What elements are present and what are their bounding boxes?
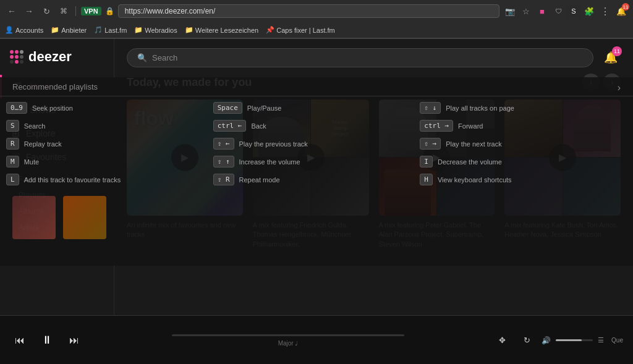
- profile-s-btn[interactable]: S: [567, 4, 580, 18]
- queue-icon: ☰: [598, 336, 604, 344]
- shortcut-forward: ctrl → Forward: [420, 117, 627, 135]
- shuffle-button[interactable]: ✥: [492, 331, 512, 350]
- shortcut-desc-prev: Play the previous track: [239, 140, 308, 148]
- shortcut-desc-next: Play the next track: [446, 140, 502, 148]
- url-bar[interactable]: https://www.deezer.com/en/: [118, 4, 499, 18]
- bookmark-lastfm[interactable]: 🎵 Last.fm: [94, 26, 127, 34]
- shortcut-prev-track: ⇧ ← Play the previous track: [213, 135, 420, 153]
- dot-6: [20, 55, 23, 59]
- shortcut-repeat: ⇧ R Repeat mode: [213, 171, 420, 188]
- overlay-next-arrow[interactable]: ›: [618, 82, 621, 93]
- bookmark-star-btn[interactable]: ☆: [519, 4, 533, 18]
- play-pause-button[interactable]: ⏸: [37, 331, 57, 350]
- major-key-label: Major ♩: [278, 340, 299, 347]
- dot-2: [15, 50, 19, 54]
- keyboard-shortcut-overlay: Recommended playlists › 0…9 Seek positio…: [0, 77, 633, 266]
- shortcut-col-3: ⇧ ↓ Play all tracks on page ctrl → Forwa…: [420, 99, 627, 188]
- deezer-logo-text: deezer: [28, 49, 72, 65]
- next-track-button[interactable]: ⏭: [64, 331, 84, 350]
- puzzle-btn[interactable]: 🧩: [582, 4, 596, 18]
- shortcut-key-volup: ⇧ ↑: [213, 156, 234, 167]
- weitere-icon: 📁: [185, 26, 193, 34]
- shortcut-key-replay: R: [6, 138, 19, 150]
- divider: [75, 6, 76, 16]
- logo-area: deezer: [0, 44, 114, 75]
- shortcut-desc-fwd: Forward: [458, 122, 483, 130]
- camera-icon-btn[interactable]: 📷: [503, 4, 517, 18]
- shortcut-key-playpause: Space: [213, 102, 242, 114]
- browser-icons: 📷 ☆ ■ 🛡 S 🧩 ⋮ 🔔 11: [503, 4, 628, 18]
- playlist-thumb-2: [63, 196, 106, 239]
- prev-track-button[interactable]: ⏮: [10, 331, 30, 350]
- shortcut-key-alltracks: ⇧ ↓: [420, 102, 441, 114]
- player-controls: ⏮ ⏸ ⏭: [10, 331, 84, 350]
- extension-btn[interactable]: ■: [535, 4, 549, 18]
- webradios-icon: 📁: [134, 26, 143, 34]
- app-wrapper: deezer 🎵 Music 🎤 Shows ⊞ Explore ♡ Favou…: [0, 39, 633, 315]
- notification-bell-button[interactable]: 🔔 11: [601, 48, 621, 67]
- repeat-button[interactable]: ↻: [517, 331, 537, 350]
- volume-icon: 🔊: [542, 336, 551, 345]
- bookmarks-bar: 👤 Accounts 📁 Anbieter 🎵 Last.fm 📁 Webrad…: [0, 22, 633, 38]
- shortcut-vol-down: I Decrease the volume: [420, 153, 627, 171]
- shortcut-key-mute: M: [6, 156, 19, 167]
- bookmark-weitere[interactable]: 📁 Weitere Lesezeichen: [185, 26, 259, 34]
- deezer-logo-dots: [10, 50, 23, 64]
- overlay-header: Recommended playlists ›: [0, 77, 633, 96]
- search-icon: 🔍: [137, 53, 147, 62]
- volume-bar[interactable]: [556, 339, 593, 341]
- bookmark-anbieter[interactable]: 📁 Anbieter: [51, 26, 87, 34]
- shortcut-back: ctrl ← Back: [213, 117, 420, 135]
- reload-button[interactable]: ↻: [40, 4, 53, 18]
- shortcut-next-track: ⇧ → Play the next track: [420, 135, 627, 153]
- shortcut-desc-seek: Seek position: [32, 104, 73, 112]
- browser-toolbar: ← → ↻ ⌘ VPN 🔒 https://www.deezer.com/en/…: [0, 0, 633, 22]
- dot-3: [20, 50, 23, 54]
- shortcut-all-tracks: ⇧ ↓ Play all tracks on page: [420, 99, 627, 117]
- shortcut-desc-fav: Add this track to favourite tracks: [24, 176, 121, 184]
- dot-9: [20, 60, 23, 64]
- shortcut-desc-volup: Increase the volume: [239, 158, 300, 166]
- bookmark-weitere-label: Weitere Lesezeichen: [195, 27, 259, 34]
- shortcut-key-next: ⇧ →: [420, 138, 441, 150]
- player-right: ✥ ↻ 🔊 ☰ Que: [492, 331, 623, 350]
- shortcut-key-voldown: I: [420, 156, 433, 167]
- player-track-info: Major ♩: [94, 334, 482, 347]
- shortcut-desc-search: Search: [24, 122, 46, 130]
- shield-btn[interactable]: 🛡: [551, 4, 565, 18]
- url-text: https://www.deezer.com/en/: [125, 7, 216, 15]
- search-bar[interactable]: 🔍 Search: [127, 48, 593, 67]
- caps-icon: 📌: [266, 26, 274, 34]
- shortcut-key-prev: ⇧ ←: [213, 138, 234, 150]
- queue-label: Que: [611, 337, 623, 344]
- progress-bar-track[interactable]: [172, 334, 405, 336]
- notif-bell-browser[interactable]: 🔔 11: [614, 4, 628, 18]
- shortcut-desc-voldown: Decrease the volume: [438, 158, 502, 166]
- shortcut-key-fwd: ctrl →: [420, 120, 453, 132]
- shortcut-vol-up: ⇧ ↑ Increase the volume: [213, 153, 420, 171]
- dot-8: [15, 60, 19, 64]
- shortcut-col-2: Space Play/Pause ctrl ← Back ⇧ ← Play th…: [213, 99, 420, 188]
- back-button[interactable]: ←: [5, 4, 19, 18]
- lastfm-icon: 🎵: [94, 26, 103, 34]
- bookmark-caps[interactable]: 📌 Caps fixer | Last.fm: [266, 26, 335, 34]
- forward-button[interactable]: →: [22, 4, 36, 18]
- grid-button[interactable]: ⌘: [57, 4, 70, 18]
- recommended-playlists-label: Recommended playlists: [12, 82, 98, 93]
- shortcut-mute: M Mute: [6, 153, 213, 171]
- shortcut-replay: R Replay track: [6, 135, 213, 153]
- shortcut-col-1: 0…9 Seek position S Search R Replay trac…: [6, 99, 213, 188]
- menu-dots-btn[interactable]: ⋮: [598, 4, 612, 18]
- search-placeholder: Search: [152, 53, 177, 62]
- dot-1: [10, 50, 14, 54]
- recommended-playlist-preview: [0, 191, 633, 240]
- bookmark-accounts[interactable]: 👤 Accounts: [5, 26, 43, 34]
- shortcut-columns: 0…9 Seek position S Search R Replay trac…: [0, 96, 633, 191]
- shortcut-key-search: S: [6, 120, 19, 132]
- shortcut-search: S Search: [6, 117, 213, 135]
- shortcut-playpause: Space Play/Pause: [213, 99, 420, 117]
- bookmark-webradios[interactable]: 📁 Webradios: [134, 26, 177, 34]
- shortcut-fav: L Add this track to favourite tracks: [6, 171, 213, 188]
- vpn-badge: VPN: [81, 7, 101, 15]
- shortcut-key-help: H: [420, 174, 433, 185]
